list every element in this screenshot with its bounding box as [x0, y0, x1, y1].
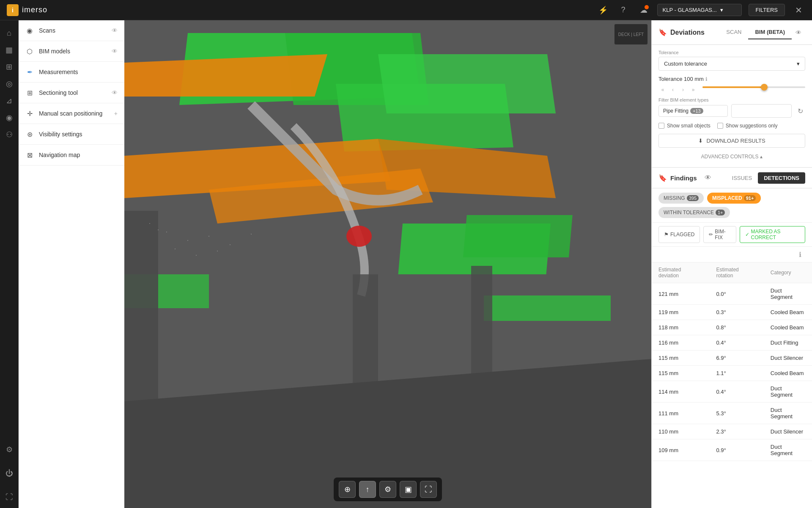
tab-scan[interactable]: SCAN: [719, 25, 748, 39]
nav-map-label: Navigation map: [39, 152, 118, 158]
findings-eye-icon[interactable]: 👁: [702, 172, 714, 184]
table-row[interactable]: 121 mm 0.0° Duct Segment: [652, 283, 812, 305]
cell-category: Duct Silencer: [764, 424, 812, 439]
table-row[interactable]: 109 mm 0.9° Duct Segment: [652, 439, 812, 461]
slider-thumb[interactable]: [761, 84, 768, 91]
filter-badges: MISSING 395 MISPLACED 91+ WITHIN TOLERAN…: [652, 188, 812, 223]
info-icon[interactable]: ℹ: [795, 249, 805, 260]
deviations-header: 🔖 Deviations SCAN BIM (BETA) 👁: [652, 20, 812, 45]
cell-deviation: 115 mm: [652, 351, 709, 366]
flagged-button[interactable]: ⚑ FLAGGED: [658, 226, 700, 243]
notifications-icon[interactable]: ☁: [637, 3, 650, 17]
close-button[interactable]: ✕: [792, 3, 805, 17]
left-icon-chart[interactable]: ▦: [2, 42, 17, 58]
compass-button[interactable]: ⊕: [339, 481, 356, 498]
pencil-icon: ✏: [709, 232, 713, 237]
table-row[interactable]: 119 mm 0.3° Cooled Beam: [652, 305, 812, 320]
viewport[interactable]: DECK | LEFT ⊕ ↑ ⚙ ▣ ⛶: [124, 20, 651, 508]
slider-prev-btn[interactable]: ‹: [669, 86, 677, 94]
slider-first-btn[interactable]: «: [658, 86, 667, 94]
left-icon-measure[interactable]: ⊿: [2, 93, 17, 108]
left-icon-layers[interactable]: ⊞: [2, 59, 17, 75]
col-rotation: Estimated rotation: [709, 262, 763, 283]
show-small-objects-checkbox[interactable]: Show small objects: [658, 123, 710, 129]
fullscreen-button[interactable]: ⛶: [420, 481, 437, 498]
tolerance-label: Tolerance: [658, 50, 805, 55]
tolerance-slider[interactable]: [702, 86, 805, 88]
show-suggestions-checkbox[interactable]: Show suggestions only: [717, 123, 778, 129]
lightning-icon[interactable]: ⚡: [596, 3, 610, 17]
badge-misplaced[interactable]: MISPLACED 91+: [707, 193, 761, 204]
table-row[interactable]: 110 mm 2.3° Duct Silencer: [652, 424, 812, 439]
section-eye-icon[interactable]: 👁: [112, 89, 118, 96]
marked-correct-button[interactable]: ✓ MARKED AS CORRECT: [740, 226, 805, 243]
filter-label: Filter BIM element types: [658, 97, 805, 102]
slider-nav: « ‹ › »: [658, 86, 805, 94]
cell-rotation: 0.0°: [709, 283, 763, 305]
table-row[interactable]: 115 mm 6.9° Duct Silencer: [652, 351, 812, 366]
settings-button[interactable]: ⚙: [379, 481, 396, 498]
manual-scan-icon: ✛: [25, 109, 34, 118]
cell-rotation: 0.4°: [709, 381, 763, 403]
sidebar-item-bim-models[interactable]: ⬡ BIM models 👁: [19, 41, 124, 62]
bim-element-filter[interactable]: Pipe Fitting +13: [658, 105, 728, 117]
project-selector[interactable]: KLP - GLASMAGAS... ▾: [657, 4, 742, 16]
cell-category: Duct Fitting: [764, 335, 812, 351]
svg-point-21: [187, 240, 188, 241]
cell-deviation: 109 mm: [652, 439, 709, 461]
tab-bim-beta[interactable]: BIM (BETA): [748, 25, 792, 39]
filter-refresh-icon[interactable]: ↻: [795, 106, 805, 116]
screen-button[interactable]: ▣: [400, 481, 417, 498]
sidebar-item-scans[interactable]: ◉ Scans 👁: [19, 20, 124, 41]
tab-detections[interactable]: DETECTIONS: [758, 172, 805, 184]
cb-suggestions[interactable]: [717, 123, 723, 129]
topbar-right: ⚡ ? ☁ KLP - GLASMAGAS... ▾ FILTERS ✕: [596, 3, 806, 17]
tolerance-chevron-icon: ▾: [797, 61, 800, 67]
bim-fix-button[interactable]: ✏ BIM-FIX: [703, 226, 736, 243]
cell-rotation: 5.3°: [709, 403, 763, 424]
cell-category: Duct Segment: [764, 403, 812, 424]
sidebar-item-visibility[interactable]: ⊛ Visibility settings: [19, 124, 124, 145]
eye-toggle-icon[interactable]: 👁: [792, 26, 805, 39]
badge-missing[interactable]: MISSING 395: [658, 193, 704, 204]
table-row[interactable]: 114 mm 0.4° Duct Segment: [652, 381, 812, 403]
cb-small-objects[interactable]: [658, 123, 664, 129]
slider-last-btn[interactable]: »: [689, 86, 697, 94]
left-icon-people[interactable]: ⚇: [2, 127, 17, 142]
sidebar-item-navigation[interactable]: ⊠ Navigation map: [19, 145, 124, 166]
sidebar-item-measurements[interactable]: ✒ Measurements: [19, 62, 124, 83]
download-icon: ⬇: [698, 138, 703, 144]
table-row[interactable]: 118 mm 0.8° Cooled Beam: [652, 320, 812, 335]
svg-point-20: [166, 232, 167, 232]
tolerance-mm-display: Tolerance 100 mm ℹ: [658, 76, 805, 82]
tolerance-info-icon[interactable]: ℹ: [705, 76, 708, 82]
filter-secondary[interactable]: [731, 104, 792, 118]
action-buttons: ⚑ FLAGGED ✏ BIM-FIX ✓ MARKED AS CORRECT: [652, 223, 812, 247]
tab-issues[interactable]: ISSUES: [726, 172, 758, 184]
sidebar-item-manual-scan[interactable]: ✛ Manual scan positioning +: [19, 103, 124, 124]
help-icon[interactable]: ?: [617, 3, 630, 17]
table-row[interactable]: 116 mm 0.4° Duct Fitting: [652, 335, 812, 351]
move-up-button[interactable]: ↑: [359, 481, 376, 498]
left-icon-home[interactable]: ⌂: [2, 25, 17, 41]
table-row[interactable]: 111 mm 5.3° Duct Segment: [652, 403, 812, 424]
viewport-inner: DECK | LEFT ⊕ ↑ ⚙ ▣ ⛶: [124, 20, 651, 508]
manual-scan-plus-icon[interactable]: +: [114, 110, 118, 117]
left-icon-settings2[interactable]: ⚙: [2, 442, 17, 457]
advanced-controls-toggle[interactable]: ADVANCED CONTROLS ▴: [658, 151, 805, 162]
bim-eye-icon[interactable]: 👁: [112, 48, 118, 55]
download-results-button[interactable]: ⬇ DOWNLOAD RESULTS: [658, 134, 805, 148]
tolerance-select[interactable]: Custom tolerance ▾: [658, 57, 805, 71]
scans-eye-icon[interactable]: 👁: [112, 27, 118, 34]
sidebar-item-sectioning[interactable]: ⊞ Sectioning tool 👁: [19, 83, 124, 103]
findings-table: Estimated deviation Estimated rotation C…: [652, 262, 812, 508]
left-icon-expand[interactable]: ⛶: [2, 489, 17, 505]
left-icon-pin[interactable]: ◉: [2, 110, 17, 125]
badge-within-tolerance[interactable]: WITHIN TOLERANCE 1+: [658, 207, 730, 218]
slider-next-btn[interactable]: ›: [679, 86, 687, 94]
advanced-controls-label: ADVANCED CONTROLS: [701, 154, 759, 160]
left-icon-power[interactable]: ⏻: [2, 466, 17, 481]
table-row[interactable]: 115 mm 1.1° Cooled Beam: [652, 366, 812, 381]
left-icon-scan[interactable]: ◎: [2, 76, 17, 91]
filters-button[interactable]: FILTERS: [749, 4, 785, 16]
